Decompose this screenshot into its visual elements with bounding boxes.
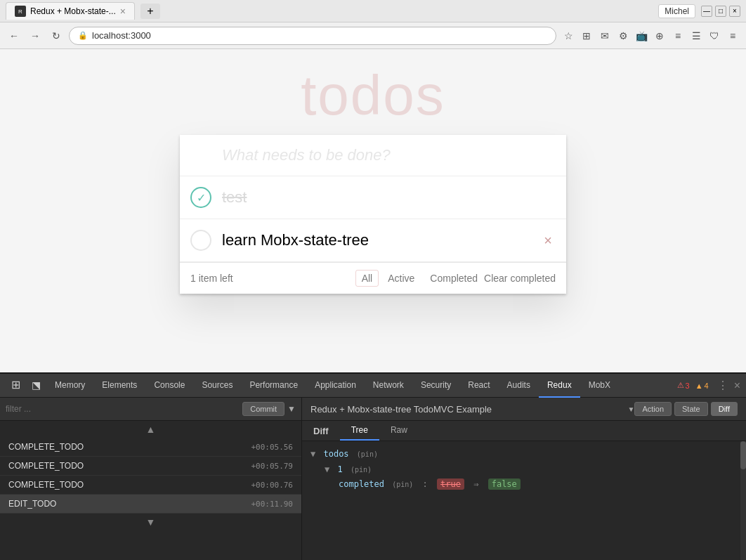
list-item[interactable]: COMPLETE_TODO +00:05.56	[0, 438, 301, 457]
devtools-icon-toggle[interactable]: ⊞	[6, 374, 26, 398]
maximize-button[interactable]: □	[715, 6, 726, 17]
tab-mobx[interactable]: MobX	[580, 374, 619, 398]
filter-active[interactable]: Active	[381, 270, 421, 287]
list-item[interactable]: COMPLETE_TODO +00:00.76	[0, 476, 301, 495]
more-tabs-button[interactable]: ⋮	[717, 379, 728, 392]
new-tab-button[interactable]: +	[140, 4, 160, 19]
action-time-3: +00:00.76	[251, 481, 293, 490]
action-name-1: COMPLETE_TODO	[8, 442, 251, 452]
index-pin: (pin)	[351, 466, 372, 474]
minimize-button[interactable]: —	[701, 6, 712, 17]
devtools-undock[interactable]: ⬔	[26, 374, 46, 398]
window-controls: — □ ×	[701, 6, 740, 17]
close-button[interactable]: ×	[729, 6, 740, 17]
action-name-3: COMPLETE_TODO	[8, 480, 251, 490]
warning-badge: ▲ 4	[695, 382, 709, 390]
filter-all[interactable]: All	[355, 270, 379, 287]
refresh-button[interactable]: ↻	[48, 27, 65, 44]
scroll-up-arrow[interactable]: ▲	[0, 421, 301, 438]
address-text: localhost:3000	[92, 30, 151, 41]
devtools-right-panel: Redux + Mobx-state-tree TodoMVC Example …	[302, 398, 746, 560]
scroll-down-arrow[interactable]: ▼	[0, 514, 301, 530]
tab-network[interactable]: Network	[365, 374, 412, 398]
ext4-icon[interactable]: 📺	[634, 28, 649, 44]
ext5-icon[interactable]: ⊕	[652, 28, 667, 44]
right-panel-buttons: Action State Diff	[634, 402, 738, 416]
todo-input-placeholder: What needs to be done?	[222, 146, 391, 164]
diff-arrow: ⇒	[473, 479, 478, 489]
right-panel-dropdown[interactable]: ▼	[628, 405, 635, 413]
todos-pin: (pin)	[357, 450, 378, 458]
devtools-tabs: ⊞ ⬔ Memory Elements Console Sources Perf…	[0, 374, 746, 398]
address-bar[interactable]: 🔒 localhost:3000	[69, 27, 556, 45]
completed-pin: (pin)	[392, 481, 413, 488]
filter-input[interactable]	[6, 404, 242, 414]
diff-label: Diff	[302, 422, 340, 441]
tab-elements[interactable]: Elements	[93, 374, 145, 398]
action-time-1: +00:05.56	[251, 443, 293, 452]
tab-performance[interactable]: Performance	[241, 374, 306, 398]
todo-checkbox-2[interactable]	[190, 230, 211, 251]
ext6-icon[interactable]: ≡	[670, 28, 686, 44]
tree-tab[interactable]: Tree	[340, 421, 379, 441]
inspector-header: Commit ▼	[0, 398, 301, 421]
security-icon: 🔒	[78, 31, 88, 40]
tab-audits[interactable]: Audits	[499, 374, 539, 398]
page-title: todos	[301, 63, 445, 128]
close-devtools-button[interactable]: ×	[734, 379, 740, 392]
state-button[interactable]: State	[674, 402, 708, 416]
todo-filters: All Active Completed	[355, 270, 484, 287]
action-button[interactable]: Action	[634, 402, 672, 416]
tab-close[interactable]: ×	[120, 6, 126, 17]
list-item[interactable]: EDIT_TODO +00:11.90	[0, 495, 301, 514]
error-badge: ⚠ 3	[677, 381, 690, 390]
action-name-2: COMPLETE_TODO	[8, 461, 251, 471]
todo-text-2: learn Mobx-state-tree	[222, 231, 540, 249]
raw-tab[interactable]: Raw	[379, 421, 419, 441]
new-value: false	[488, 478, 521, 490]
page-content: todos What needs to be done? test learn …	[0, 49, 746, 372]
tab-memory[interactable]: Memory	[46, 374, 93, 398]
list-item[interactable]: COMPLETE_TODO +00:05.79	[0, 457, 301, 476]
diff-button[interactable]: Diff	[711, 402, 738, 416]
ext1-icon[interactable]: ⊞	[579, 28, 594, 44]
forward-button[interactable]: →	[27, 27, 44, 44]
ext7-icon[interactable]: ☰	[688, 28, 704, 44]
bookmark-icon[interactable]: ☆	[561, 28, 576, 44]
tab-console[interactable]: Console	[145, 374, 193, 398]
devtools-main: Commit ▼ ▲ COMPLETE_TODO +00:05.56 COMPL…	[0, 398, 746, 560]
ext3-icon[interactable]: ⚙	[615, 28, 631, 44]
tab-security[interactable]: Security	[412, 374, 459, 398]
expand-todos[interactable]: ▼	[310, 449, 315, 459]
diff-scrollbar[interactable]	[740, 441, 746, 560]
todo-checkbox-1[interactable]	[190, 187, 211, 208]
arrow-symbol: :	[423, 479, 428, 489]
tab-favicon: R	[15, 6, 26, 17]
todo-delete-2[interactable]: ×	[540, 233, 556, 249]
tab-redux[interactable]: Redux	[539, 374, 580, 398]
inspector-dropdown[interactable]: ▼	[287, 404, 296, 414]
diff-scrollbar-thumb	[740, 441, 746, 469]
menu-icon[interactable]: ≡	[725, 28, 740, 44]
old-value: true	[437, 478, 464, 490]
table-row: test	[180, 176, 566, 219]
todo-app: What needs to be done? test learn Mobx-s…	[180, 135, 566, 294]
filter-completed[interactable]: Completed	[424, 270, 484, 287]
todo-footer: 1 item left All Active Completed Clear c…	[180, 262, 566, 294]
index-key: 1	[337, 464, 342, 474]
todo-input-area[interactable]: What needs to be done?	[180, 135, 566, 176]
commit-button[interactable]: Commit	[242, 402, 284, 416]
expand-1[interactable]: ▼	[325, 464, 329, 474]
actions-list: ▲ COMPLETE_TODO +00:05.56 COMPLETE_TODO …	[0, 421, 301, 560]
back-button[interactable]: ←	[6, 27, 22, 44]
table-row: learn Mobx-state-tree ×	[180, 219, 566, 262]
tree-line-1: ▼ 1 (pin)	[310, 462, 738, 478]
tab-application[interactable]: Application	[306, 374, 365, 398]
clear-completed[interactable]: Clear completed	[484, 273, 556, 284]
ext2-icon[interactable]: ✉	[597, 28, 613, 44]
browser-tab[interactable]: R Redux + Mobx-state-... ×	[6, 2, 135, 20]
action-name-4: EDIT_TODO	[8, 499, 251, 509]
ext8-icon[interactable]: 🛡	[707, 28, 722, 44]
tab-react[interactable]: React	[459, 374, 498, 398]
tab-sources[interactable]: Sources	[193, 374, 241, 398]
